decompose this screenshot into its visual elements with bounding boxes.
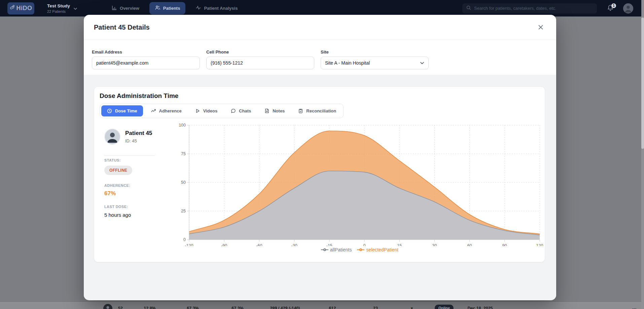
- svg-text:-90: -90: [221, 243, 227, 246]
- modal-title: Patient 45 Details: [94, 24, 150, 31]
- row-cell-id: 52: [118, 306, 123, 309]
- legend-marker-icon: [321, 248, 328, 251]
- legend-marker-icon: [357, 248, 364, 251]
- svg-text:-30: -30: [291, 243, 297, 246]
- patient-status-badge: OFFLINE: [104, 166, 132, 175]
- close-icon: [537, 24, 544, 31]
- dose-time-chart[interactable]: 0255075100-120-90-60-30-15015306090120 a…: [176, 120, 543, 254]
- site-label: Site: [321, 49, 429, 55]
- notifications-button[interactable]: 1: [607, 4, 614, 12]
- status-badge: Online: [435, 305, 454, 309]
- svg-text:-15: -15: [326, 243, 332, 246]
- tab-dose-time[interactable]: Dose Time: [101, 105, 143, 116]
- legend-item-allPatients[interactable]: allPatients: [321, 247, 352, 252]
- trending-up-icon: [151, 108, 156, 113]
- email-label: Email Address: [92, 49, 200, 55]
- person-photo-icon: [105, 129, 120, 144]
- adherence-label: ADHERENCE:: [104, 183, 130, 187]
- study-selector[interactable]: Test Study 22 Patients: [47, 3, 77, 13]
- patient-avatar: [104, 129, 120, 145]
- last-dose-label: LAST DOSE:: [104, 205, 128, 209]
- phone-field-group: Cell Phone: [206, 49, 314, 69]
- last-dose-value: 5 hours ago: [104, 212, 131, 218]
- clipboard-check-icon: [298, 108, 303, 113]
- svg-text:25: 25: [181, 209, 186, 213]
- study-patient-count: 22 Patients: [47, 9, 70, 13]
- tab-notes[interactable]: Notes: [259, 105, 290, 116]
- search-icon: [466, 5, 471, 11]
- dose-admin-card: Dose Administration Time Dose Time Adher…: [94, 87, 545, 262]
- close-button[interactable]: [535, 22, 546, 33]
- page-scrollbar[interactable]: [641, 0, 644, 309]
- svg-text:100: 100: [179, 123, 186, 128]
- svg-text:75: 75: [181, 151, 186, 156]
- area-chart: 0255075100-120-90-60-30-15015306090120: [176, 120, 543, 246]
- svg-text:0: 0: [183, 237, 186, 242]
- modal-header: Patient 45 Details: [84, 15, 556, 40]
- svg-text:0: 0: [363, 243, 366, 246]
- svg-text:90: 90: [502, 243, 507, 246]
- row-patient-avatar: [103, 304, 112, 309]
- patient-id: ID: 45: [125, 138, 152, 143]
- notification-count-badge: 1: [611, 3, 616, 8]
- top-navbar: HiDO Test Study 22 Patients Overview: [0, 0, 644, 16]
- svg-text:15: 15: [397, 243, 402, 246]
- pill-icon: [10, 5, 15, 12]
- site-select[interactable]: Site A - Main Hospital: [321, 57, 429, 69]
- row-cell-doses: 289 / 429 (-140): [270, 306, 300, 309]
- svg-text:50: 50: [181, 180, 186, 185]
- phone-label: Cell Phone: [206, 49, 314, 55]
- nav-tab-patient-analysis[interactable]: Patient Analysis: [190, 2, 243, 14]
- divider: [104, 156, 155, 156]
- svg-text:-120: -120: [185, 243, 193, 246]
- row-cell-percent-3: 67.3%: [231, 306, 243, 309]
- person-icon: [103, 304, 112, 309]
- nav-tab-overview[interactable]: Overview: [106, 2, 145, 14]
- chat-bubble-icon: [231, 108, 236, 113]
- row-cell-count-1: 612: [329, 306, 336, 309]
- svg-text:-60: -60: [256, 243, 262, 246]
- note-icon: [264, 108, 270, 113]
- svg-text:60: 60: [467, 243, 472, 246]
- activity-icon: [195, 5, 201, 11]
- legend-item-selectedPatient[interactable]: selectedPatient: [357, 247, 398, 252]
- tab-reconciliation[interactable]: Reconciliation: [292, 105, 342, 116]
- tab-videos[interactable]: Videos: [189, 105, 223, 116]
- card-title: Dose Administration Time: [100, 92, 178, 100]
- global-search-input[interactable]: Search for patients, caretakers, dates, …: [462, 3, 597, 13]
- play-icon: [195, 108, 200, 113]
- svg-text:120: 120: [536, 243, 543, 246]
- status-label: STATUS:: [104, 158, 121, 162]
- clock-icon: [107, 108, 112, 113]
- row-cell-count-2: 23: [373, 306, 378, 309]
- chart-legend: allPatients selectedPatient: [176, 247, 543, 252]
- nav-tab-patients[interactable]: Patients: [149, 2, 186, 14]
- email-field[interactable]: [92, 57, 200, 69]
- scrollbar-thumb[interactable]: [641, 18, 644, 149]
- tab-adherence[interactable]: Adherence: [145, 105, 187, 116]
- search-placeholder: Search for patients, caretakers, dates, …: [474, 6, 556, 11]
- logo-text: HiDO: [16, 5, 32, 12]
- row-cell-percent-1: 12.8%: [144, 306, 155, 309]
- patient-name: Patient 45: [125, 130, 152, 137]
- tab-chats[interactable]: Chats: [225, 105, 257, 116]
- patient-form: Email Address Cell Phone Site Site A - M…: [84, 40, 556, 75]
- study-name: Test Study: [47, 3, 70, 8]
- email-field-group: Email Address: [92, 49, 200, 69]
- background-table-row: 52 12.8% 67.3% 67.3% 289 / 429 (-140) 61…: [0, 302, 644, 309]
- person-icon: [623, 3, 633, 13]
- svg-text:30: 30: [432, 243, 437, 246]
- modal-body: Dose Administration Time Dose Time Adher…: [84, 75, 556, 300]
- adherence-value: 67%: [104, 190, 116, 197]
- app-logo[interactable]: HiDO: [7, 2, 34, 14]
- row-cell-x: ×: [410, 306, 413, 309]
- site-field-group: Site Site A - Main Hospital: [321, 49, 429, 69]
- phone-field[interactable]: [206, 57, 314, 69]
- chevron-down-icon: [420, 62, 424, 64]
- card-tab-bar: Dose Time Adherence Videos: [100, 104, 344, 118]
- bar-chart-icon: [112, 5, 117, 11]
- user-avatar[interactable]: [623, 3, 633, 13]
- row-actions-menu[interactable]: ⋯: [632, 306, 637, 309]
- patient-details-modal: Patient 45 Details Email Address Cell Ph…: [84, 15, 556, 300]
- row-cell-percent-2: 67.3%: [187, 306, 199, 309]
